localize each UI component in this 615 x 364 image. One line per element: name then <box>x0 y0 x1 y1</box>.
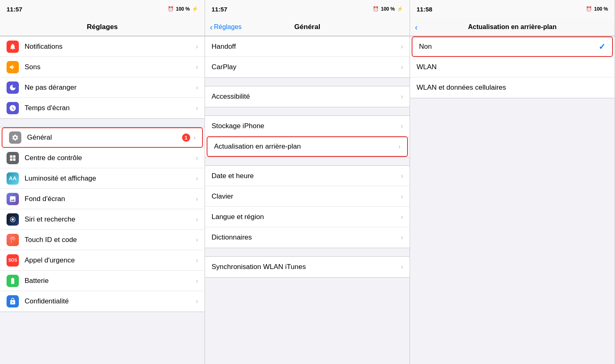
handoff-label: Handoff <box>212 43 401 51</box>
charging-2: ⚡ <box>397 6 403 12</box>
item-actualisation-arriere-plan[interactable]: Actualisation en arrière-plan › <box>207 136 408 157</box>
confidentialite-icon <box>7 295 19 307</box>
back-chevron-general: ‹ <box>210 23 213 31</box>
siri-label: Siri et recherche <box>25 215 196 224</box>
panel-reglages: 11:57 ⏰ 100 % ⚡ Réglages Notifications › <box>0 0 205 364</box>
option-non[interactable]: Non ✓ <box>412 36 613 57</box>
nav-title-general: Général <box>294 23 320 31</box>
luminosite-chevron: › <box>196 175 198 182</box>
alarm-icon-1: ⏰ <box>168 6 174 12</box>
stockage-iphone-label: Stockage iPhone <box>212 122 401 130</box>
general-section-3: Stockage iPhone › Actualisation en arriè… <box>205 115 410 157</box>
general-label: Général <box>27 133 182 142</box>
item-batterie[interactable]: Batterie › <box>0 271 205 291</box>
back-label-general: Réglages <box>214 23 242 31</box>
temps-ecran-icon <box>7 102 19 114</box>
synchro-wlan-label: Synchronisation WLAN iTunes <box>212 263 401 271</box>
time-1: 11:57 <box>7 6 22 13</box>
item-siri[interactable]: Siri et recherche › <box>0 209 205 230</box>
fond-ecran-chevron: › <box>196 195 198 203</box>
dictionnaires-label: Dictionnaires <box>212 233 401 242</box>
date-heure-label: Date et heure <box>212 172 401 180</box>
nav-bar-general: ‹ Réglages Général <box>205 18 410 36</box>
actualisation-chevron: › <box>399 143 401 150</box>
general-section-4: Date et heure › Clavier › Langue et régi… <box>205 165 410 248</box>
item-sons[interactable]: Sons › <box>0 57 205 77</box>
item-luminosite[interactable]: AA Luminosité et affichage › <box>0 168 205 189</box>
item-general[interactable]: Général 1 › <box>2 127 203 148</box>
notifications-label: Notifications <box>25 43 196 51</box>
time-3: 11:58 <box>417 6 432 13</box>
panel-actualisation: 11:58 ⏰ 100 % ‹ Actualisation en arrière… <box>410 0 615 364</box>
temps-ecran-label: Temps d'écran <box>25 104 196 112</box>
batterie-chevron: › <box>196 277 198 285</box>
sons-icon <box>7 61 19 73</box>
svg-rect-3 <box>13 158 16 161</box>
item-ne-pas-deranger[interactable]: Ne pas déranger › <box>0 77 205 98</box>
option-wlan-donnees[interactable]: WLAN et données cellulaires <box>410 77 615 98</box>
right-icons-2: ⏰ 100 % ⚡ <box>373 6 403 12</box>
dictionnaires-chevron: › <box>401 234 403 241</box>
alarm-icon-2: ⏰ <box>373 6 379 12</box>
item-temps-ecran[interactable]: Temps d'écran › <box>0 98 205 118</box>
ne-pas-deranger-icon <box>7 81 19 94</box>
touch-id-label: Touch ID et code <box>25 236 196 244</box>
right-icons-3: ⏰ 100 % <box>586 6 608 12</box>
actualisation-label: Actualisation en arrière-plan <box>214 142 399 151</box>
langue-region-label: Langue et région <box>212 213 401 221</box>
stockage-chevron: › <box>401 122 403 130</box>
fond-ecran-label: Fond d'écran <box>25 195 196 203</box>
item-confidentialite[interactable]: Confidentialité › <box>0 291 205 312</box>
item-clavier[interactable]: Clavier › <box>205 186 410 207</box>
item-synchro-wlan[interactable]: Synchronisation WLAN iTunes › <box>205 257 410 277</box>
item-langue-region[interactable]: Langue et région › <box>205 207 410 227</box>
batterie-icon <box>7 275 19 287</box>
charging-1: ⚡ <box>192 6 198 12</box>
battery-1: 100 % <box>176 6 190 12</box>
temps-ecran-chevron: › <box>196 104 198 112</box>
centre-controle-label: Centre de contrôle <box>25 154 196 162</box>
nav-bar-actualisation: ‹ Actualisation en arrière-plan <box>410 18 615 36</box>
svg-rect-2 <box>10 158 12 161</box>
battery-3: 100 % <box>594 6 608 12</box>
item-notifications[interactable]: Notifications › <box>0 36 205 57</box>
notifications-chevron: › <box>196 43 198 50</box>
general-section-2: Accessibilité › <box>205 86 410 107</box>
nav-bar-reglages: Réglages <box>0 18 205 36</box>
accessibilite-chevron: › <box>401 93 403 100</box>
appel-urgence-icon: SOS <box>7 254 19 267</box>
item-date-heure[interactable]: Date et heure › <box>205 166 410 186</box>
right-icons-1: ⏰ 100 % ⚡ <box>168 6 198 12</box>
fond-ecran-icon <box>7 193 19 205</box>
status-bar-2: 11:57 ⏰ 100 % ⚡ <box>205 0 410 18</box>
item-dictionnaires[interactable]: Dictionnaires › <box>205 227 410 248</box>
appel-urgence-chevron: › <box>196 257 198 264</box>
general-chevron: › <box>194 134 196 141</box>
siri-chevron: › <box>196 216 198 223</box>
general-badge: 1 <box>182 133 190 142</box>
centre-controle-icon <box>7 152 19 164</box>
status-bar-3: 11:58 ⏰ 100 % <box>410 0 615 18</box>
item-carplay[interactable]: CarPlay › <box>205 57 410 77</box>
sons-label: Sons <box>25 63 196 71</box>
langue-region-chevron: › <box>401 213 403 221</box>
item-stockage-iphone[interactable]: Stockage iPhone › <box>205 116 410 136</box>
general-content: Handoff › CarPlay › Accessibilité › Stoc… <box>205 36 410 364</box>
item-appel-urgence[interactable]: SOS Appel d'urgence › <box>0 250 205 271</box>
back-button-actualisation[interactable]: ‹ <box>415 23 418 31</box>
item-fond-ecran[interactable]: Fond d'écran › <box>0 189 205 209</box>
handoff-chevron: › <box>401 43 403 50</box>
option-wlan-label: WLAN <box>417 63 608 71</box>
general-icon <box>9 131 21 144</box>
actualisation-options: Non ✓ WLAN WLAN et données cellulaires <box>410 36 615 98</box>
back-button-general[interactable]: ‹ Réglages <box>210 23 241 31</box>
item-accessibilite[interactable]: Accessibilité › <box>205 86 410 107</box>
svg-point-4 <box>11 218 14 221</box>
item-handoff[interactable]: Handoff › <box>205 36 410 57</box>
option-wlan-donnees-label: WLAN et données cellulaires <box>417 84 608 92</box>
centre-controle-chevron: › <box>196 154 198 162</box>
item-centre-controle[interactable]: Centre de contrôle › <box>0 148 205 168</box>
option-wlan[interactable]: WLAN <box>410 57 615 77</box>
confidentialite-label: Confidentialité <box>25 297 196 305</box>
item-touch-id[interactable]: Touch ID et code › <box>0 230 205 250</box>
